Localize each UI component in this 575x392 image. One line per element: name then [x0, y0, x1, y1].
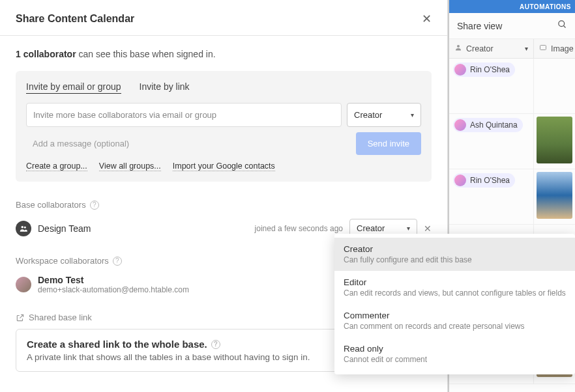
- column-creator-label: Creator: [466, 44, 494, 53]
- svg-point-5: [24, 226, 26, 228]
- person-pill: Ash Quintana: [453, 118, 523, 132]
- role-dropdown[interactable]: Creator Can fully configure and edit thi…: [334, 234, 575, 374]
- collab-count: 1 collaborator: [16, 49, 76, 59]
- svg-line-1: [563, 25, 565, 27]
- collaborator-summary: 1 collaborator can see this base when si…: [16, 49, 432, 59]
- chevron-down-icon: ▾: [411, 111, 414, 119]
- person-name: Rin O'Shea: [470, 65, 510, 74]
- option-desc: Cannot edit or comment: [344, 355, 566, 364]
- option-title: Editor: [344, 277, 566, 287]
- help-icon[interactable]: ?: [113, 257, 122, 266]
- invite-box: Invite by email or group Invite by link …: [16, 71, 432, 182]
- remove-collaborator-button[interactable]: ✕: [424, 223, 432, 234]
- option-desc: Can edit records and views, but cannot c…: [344, 288, 566, 298]
- option-desc: Can comment on records and create person…: [344, 322, 566, 331]
- close-icon: ✕: [422, 12, 432, 25]
- column-images-label: Image: [551, 44, 574, 53]
- cell-image[interactable]: [534, 114, 575, 169]
- table-row[interactable]: Rin O'Shea: [449, 59, 575, 114]
- send-invite-button[interactable]: Send invite: [356, 132, 421, 155]
- section-label-text: Shared base link: [29, 313, 92, 322]
- group-avatar: [16, 221, 31, 236]
- option-title: Creator: [344, 244, 566, 254]
- person-name: Rin O'Shea: [470, 176, 510, 185]
- image-thumbnail[interactable]: [537, 117, 572, 163]
- table-row[interactable]: Ash Quintana: [449, 114, 575, 169]
- cell-creator[interactable]: Rin O'Shea: [449, 59, 534, 113]
- bg-column-headers: Creator ▾ Image: [449, 39, 575, 59]
- section-label-text: Base collaborators: [16, 200, 86, 210]
- person-name: Ash Quintana: [470, 120, 518, 130]
- invite-input-row: Creator ▾: [26, 103, 421, 127]
- view-groups-link[interactable]: View all groups...: [99, 161, 161, 171]
- search-icon[interactable]: [557, 20, 567, 32]
- column-images[interactable]: Image: [534, 39, 575, 58]
- invite-email-input[interactable]: [26, 103, 342, 127]
- user-email: demo+slack-automation@demo.htable.com: [38, 285, 189, 294]
- tab-invite-email[interactable]: Invite by email or group: [26, 81, 121, 94]
- invite-quick-links: Create a group... View all groups... Imp…: [26, 161, 421, 171]
- avatar: [16, 277, 31, 292]
- person-pill: Rin O'Shea: [453, 63, 515, 77]
- role-selected-label: Creator: [354, 110, 382, 120]
- cell-creator[interactable]: Rin O'Shea: [449, 169, 534, 224]
- svg-point-4: [22, 225, 24, 228]
- create-group-link[interactable]: Create a group...: [26, 161, 87, 171]
- avatar: [454, 64, 466, 76]
- help-icon[interactable]: ?: [90, 201, 99, 210]
- cell-image[interactable]: [534, 169, 575, 224]
- role-option-readonly[interactable]: Read only Cannot edit or comment: [334, 337, 575, 371]
- share-card-title: Create a shared link to the whole base.: [27, 339, 207, 350]
- table-row[interactable]: Rin O'Shea: [449, 169, 575, 225]
- collab-suffix: can see this base when signed in.: [76, 49, 216, 59]
- cell-image[interactable]: [534, 59, 575, 113]
- tab-invite-link[interactable]: Invite by link: [140, 81, 190, 94]
- user-meta: Demo Test demo+slack-automation@demo.hta…: [38, 275, 189, 294]
- collaborator-name: Design Team: [38, 223, 91, 234]
- role-option-creator[interactable]: Creator Can fully configure and edit thi…: [334, 238, 575, 271]
- invite-message-input[interactable]: [26, 132, 351, 155]
- column-creator[interactable]: Creator ▾: [449, 39, 534, 58]
- bg-share-view-row[interactable]: Share view: [449, 13, 575, 39]
- svg-rect-3: [540, 46, 546, 50]
- share-card-title-row: Create a shared link to the whole base. …: [27, 339, 310, 350]
- share-card-desc: A private link that shows all the tables…: [27, 352, 310, 362]
- help-icon[interactable]: ?: [211, 340, 220, 349]
- invite-tabs: Invite by email or group Invite by link: [26, 81, 421, 94]
- close-button[interactable]: ✕: [422, 12, 432, 26]
- modal-title: Share Content Calendar: [16, 13, 134, 25]
- section-base-collaborators: Base collaborators ?: [16, 200, 432, 210]
- person-icon: [454, 44, 462, 53]
- section-label-text: Workspace collaborators: [16, 256, 109, 266]
- automations-label: AUTOMATIONS: [520, 3, 571, 10]
- role-label: Creator: [357, 223, 385, 233]
- import-google-link[interactable]: Import your Google contacts: [173, 161, 275, 171]
- svg-point-0: [559, 21, 565, 27]
- image-thumbnail[interactable]: [537, 172, 572, 219]
- attachment-icon: [539, 44, 547, 53]
- svg-point-2: [457, 45, 460, 48]
- chevron-down-icon: ▾: [525, 45, 528, 52]
- external-link-icon: [16, 313, 25, 322]
- share-view-label: Share view: [457, 21, 502, 31]
- invite-message-row: Send invite: [26, 132, 421, 155]
- role-option-editor[interactable]: Editor Can edit records and views, but c…: [334, 271, 575, 304]
- chevron-down-icon: ▾: [407, 225, 410, 232]
- role-option-commenter[interactable]: Commenter Can comment on records and cre…: [334, 304, 575, 337]
- option-title: Read only: [344, 344, 566, 354]
- cell-creator[interactable]: Ash Quintana: [449, 114, 534, 169]
- person-pill: Rin O'Shea: [453, 173, 515, 188]
- bg-topbar: AUTOMATIONS: [449, 0, 575, 13]
- user-name: Demo Test: [38, 275, 189, 285]
- avatar: [454, 119, 466, 131]
- option-title: Commenter: [344, 311, 566, 320]
- avatar: [454, 175, 466, 186]
- joined-timestamp: joined a few seconds ago: [255, 224, 343, 233]
- modal-header: Share Content Calendar ✕: [0, 0, 447, 36]
- option-desc: Can fully configure and edit this base: [344, 255, 566, 264]
- invite-role-select[interactable]: Creator ▾: [347, 103, 421, 127]
